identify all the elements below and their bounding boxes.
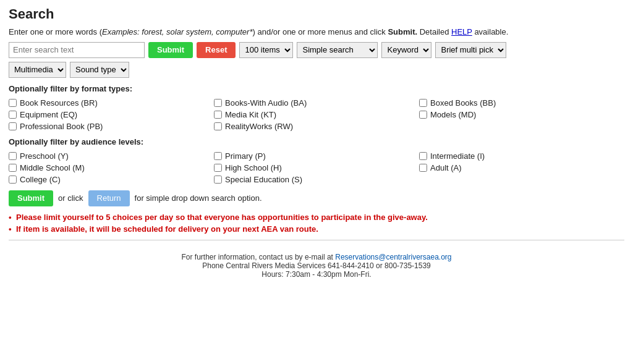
simple-text: for simple drop down search option. (135, 193, 262, 203)
format-checkbox-pb[interactable]: Professional Book (PB) (9, 122, 214, 131)
checkbox-rw[interactable] (214, 122, 222, 130)
checkbox-ba[interactable] (214, 99, 222, 107)
footer: For further information, contact us by e… (0, 247, 633, 287)
checkbox-br[interactable] (9, 99, 17, 107)
format-checkbox-ba[interactable]: Books-With Audio (BA) (214, 98, 419, 108)
checkbox-pb[interactable] (9, 122, 17, 130)
help-link[interactable]: HELP (451, 27, 472, 36)
or-text: or click (58, 193, 83, 203)
notice-item-1: Please limit yourself to 5 choices per d… (9, 213, 624, 222)
audience-checkbox-c[interactable]: College (C) (9, 175, 214, 184)
submit-button[interactable]: Submit (148, 42, 193, 58)
format-checkbox-md[interactable]: Models (MD) (419, 110, 624, 119)
checkbox-kt[interactable] (214, 111, 222, 119)
format-checkbox-rw[interactable]: RealityWorks (RW) (214, 122, 419, 131)
audience-checkbox-h[interactable]: High School (H) (214, 163, 419, 172)
footer-line1: For further information, contact us by e… (0, 253, 633, 261)
media-select[interactable]: Multimedia All (9, 62, 66, 78)
desc-help-text: Detailed (420, 27, 451, 36)
bottom-submit-button[interactable]: Submit (9, 190, 53, 206)
checkbox-p[interactable] (214, 152, 222, 160)
audience-checkbox-i[interactable]: Intermediate (I) (419, 151, 624, 161)
page-title: Search (9, 6, 624, 22)
footer-email-link[interactable]: Reservations@centralriversaea.org (335, 253, 451, 261)
format-checkbox-bb[interactable]: Boxed Books (BB) (419, 98, 624, 108)
notice-item-2: If item is available, it will be schedul… (9, 224, 624, 234)
audience-checkbox-y[interactable]: Preschool (Y) (9, 151, 214, 161)
format-filter-section: Optionally filter by format types: Book … (9, 84, 624, 131)
checkbox-eq[interactable] (9, 111, 17, 119)
checkbox-y[interactable] (9, 152, 17, 160)
audience-checkbox-s[interactable]: Special Education (S) (214, 175, 419, 184)
checkbox-h[interactable] (214, 164, 222, 172)
format-checkbox-br[interactable]: Book Resources (BR) (9, 98, 214, 108)
format-checkbox-eq[interactable]: Equipment (EQ) (9, 110, 214, 119)
items-select[interactable]: 100 items 50 items 25 items (239, 42, 293, 58)
checkbox-a[interactable] (419, 164, 427, 172)
bottom-row: Submit or click Return for simple drop d… (9, 190, 624, 206)
desc-examples: Examples: forest, solar system, computer… (102, 27, 252, 36)
footer-contact-text: For further information, contact us by e… (181, 253, 335, 261)
search-type-select[interactable]: Simple search Advanced search (297, 42, 378, 58)
checkbox-i[interactable] (419, 152, 427, 160)
checkbox-bb[interactable] (419, 99, 427, 107)
search-description: Enter one or more words (Examples: fores… (9, 26, 624, 38)
checkbox-md[interactable] (419, 111, 427, 119)
footer-line2: Phone Central Rivers Media Services 641-… (0, 261, 633, 270)
audience-checkbox-m[interactable]: Middle School (M) (9, 163, 214, 172)
reset-button[interactable]: Reset (197, 42, 236, 58)
checkbox-c[interactable] (9, 176, 17, 184)
media-dropdowns-row: Multimedia All Sound type All (9, 62, 624, 78)
audience-checkbox-a[interactable]: Adult (A) (419, 163, 624, 172)
sound-type-select[interactable]: Sound type All (70, 62, 129, 78)
return-button[interactable]: Return (88, 190, 130, 206)
desc-available: available. (472, 27, 509, 36)
audience-section-title: Optionally filter by audience levels: (9, 137, 624, 146)
checkbox-m[interactable] (9, 164, 17, 172)
audience-checkbox-p[interactable]: Primary (P) (214, 151, 419, 161)
footer-line3: Hours: 7:30am - 4:30pm Mon-Fri. (0, 270, 633, 279)
desc-text-before: Enter one or more words ( (9, 27, 102, 36)
format-checkbox-kt[interactable]: Media Kit (KT) (214, 110, 419, 119)
divider (9, 240, 624, 240)
field-select[interactable]: Keyword Title Author Subject (381, 42, 431, 58)
notice-list: Please limit yourself to 5 choices per d… (9, 213, 624, 234)
format-section-title: Optionally filter by format types: (9, 84, 624, 93)
search-row: Submit Reset 100 items 50 items 25 items… (9, 42, 624, 58)
audience-filter-section: Optionally filter by audience levels: Pr… (9, 137, 624, 184)
search-input[interactable] (9, 42, 145, 58)
format-checkboxes-grid: Book Resources (BR) Books-With Audio (BA… (9, 98, 624, 131)
desc-text-after: ) and/or one or more menus and click (253, 27, 388, 36)
audience-checkboxes-grid: Preschool (Y) Primary (P) Intermediate (… (9, 151, 624, 184)
desc-submit: Submit. (388, 27, 417, 36)
checkbox-s[interactable] (214, 176, 222, 184)
display-select[interactable]: Brief multi pick Full display (435, 42, 506, 58)
